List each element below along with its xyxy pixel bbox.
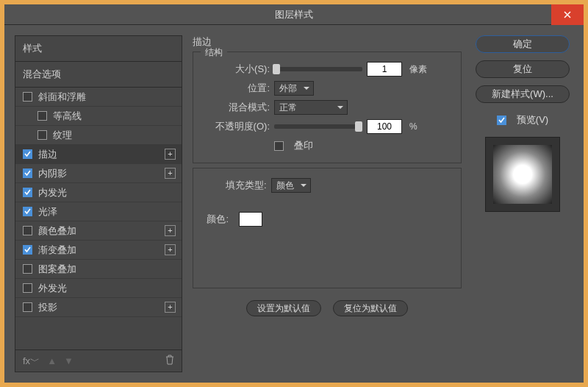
sidebar-header-styles[interactable]: 样式 bbox=[15, 36, 182, 62]
move-up-icon[interactable]: ▲ bbox=[47, 355, 57, 366]
effect-item-8[interactable]: 渐变叠加+ bbox=[15, 241, 182, 260]
add-effect-icon[interactable]: + bbox=[165, 149, 176, 160]
add-effect-icon[interactable]: + bbox=[165, 302, 176, 313]
effect-checkbox[interactable] bbox=[37, 130, 47, 140]
styles-sidebar: 样式 混合选项 斜面和浮雕等高线纹理描边+内阴影+内发光光泽颜色叠加+渐变叠加+… bbox=[15, 35, 182, 372]
trash-icon[interactable] bbox=[165, 355, 174, 367]
preview-label: 预览(V) bbox=[517, 113, 548, 127]
effect-checkbox[interactable] bbox=[37, 111, 47, 121]
effect-checkbox[interactable] bbox=[23, 149, 32, 159]
move-down-icon[interactable]: ▼ bbox=[64, 355, 74, 366]
effect-label: 描边 bbox=[38, 148, 57, 161]
add-effect-icon[interactable]: + bbox=[165, 225, 176, 236]
structure-legend: 结构 bbox=[201, 46, 227, 59]
reset-button[interactable]: 复位 bbox=[476, 60, 570, 78]
effect-item-9[interactable]: 图案叠加 bbox=[15, 260, 182, 279]
effect-checkbox[interactable] bbox=[23, 92, 32, 102]
panel-title: 描边 bbox=[193, 35, 462, 49]
overprint-label: 叠印 bbox=[294, 139, 313, 152]
filltype-select[interactable]: 颜色 bbox=[271, 178, 311, 193]
opacity-input[interactable] bbox=[367, 119, 402, 134]
effect-checkbox[interactable] bbox=[23, 245, 32, 255]
size-slider[interactable] bbox=[274, 67, 362, 71]
structure-fieldset: 结构 大小(S): 像素 位置: 外部 混合模式: 正常 不透明度(O): bbox=[193, 52, 462, 163]
close-icon bbox=[564, 11, 571, 18]
sidebar-footer: fx﹀ ▲ ▼ bbox=[15, 349, 182, 372]
effect-label: 纹理 bbox=[53, 129, 72, 142]
effect-label: 斜面和浮雕 bbox=[38, 90, 86, 104]
size-input[interactable] bbox=[367, 62, 402, 77]
sidebar-header-blend-options[interactable]: 混合选项 bbox=[15, 62, 182, 88]
effect-item-5[interactable]: 内发光 bbox=[15, 183, 182, 202]
effect-checkbox[interactable] bbox=[23, 207, 32, 216]
effects-list: 斜面和浮雕等高线纹理描边+内阴影+内发光光泽颜色叠加+渐变叠加+图案叠加外发光投… bbox=[15, 88, 182, 349]
effect-checkbox[interactable] bbox=[23, 168, 32, 178]
effect-item-10[interactable]: 外发光 bbox=[15, 279, 182, 298]
position-select[interactable]: 外部 bbox=[274, 81, 314, 96]
effect-label: 图案叠加 bbox=[38, 263, 76, 276]
ok-button[interactable]: 确定 bbox=[476, 35, 570, 53]
dialog-actions: 确定 复位 新建样式(W)... 预览(V) bbox=[472, 35, 573, 372]
effect-item-7[interactable]: 颜色叠加+ bbox=[15, 221, 182, 241]
effect-item-0[interactable]: 斜面和浮雕 bbox=[15, 88, 182, 107]
effect-label: 内阴影 bbox=[38, 167, 67, 180]
preview-checkbox[interactable] bbox=[497, 116, 506, 125]
window-title: 图层样式 bbox=[275, 8, 313, 21]
effect-checkbox[interactable] bbox=[23, 302, 32, 312]
opacity-unit: % bbox=[409, 121, 417, 132]
reset-default-button[interactable]: 复位为默认值 bbox=[333, 300, 408, 316]
effect-item-11[interactable]: 投影+ bbox=[15, 298, 182, 317]
effect-item-1[interactable]: 等高线 bbox=[15, 107, 182, 126]
stroke-settings-panel: 描边 结构 大小(S): 像素 位置: 外部 混合模式: 正常 bbox=[193, 35, 462, 372]
fill-fieldset: 填充类型: 颜色 颜色: bbox=[193, 168, 462, 288]
blend-mode-select[interactable]: 正常 bbox=[274, 100, 348, 115]
titlebar: 图层样式 bbox=[4, 4, 584, 25]
effect-checkbox[interactable] bbox=[23, 283, 32, 293]
color-label: 颜色: bbox=[204, 213, 229, 226]
opacity-label: 不透明度(O): bbox=[204, 120, 270, 133]
effect-label: 外发光 bbox=[38, 282, 67, 295]
effect-item-3[interactable]: 描边+ bbox=[15, 145, 182, 164]
preview-box bbox=[485, 137, 560, 212]
blend-mode-label: 混合模式: bbox=[204, 101, 270, 114]
effect-label: 颜色叠加 bbox=[38, 224, 76, 238]
effect-label: 光泽 bbox=[38, 205, 57, 219]
effect-item-6[interactable]: 光泽 bbox=[15, 202, 182, 221]
fx-menu-icon[interactable]: fx﹀ bbox=[23, 355, 40, 368]
effect-checkbox[interactable] bbox=[23, 188, 32, 197]
size-label: 大小(S): bbox=[204, 63, 270, 76]
effect-label: 投影 bbox=[38, 301, 57, 314]
effect-label: 渐变叠加 bbox=[38, 244, 76, 257]
effect-label: 等高线 bbox=[53, 110, 82, 123]
overprint-checkbox[interactable] bbox=[274, 141, 284, 151]
layer-style-dialog: 图层样式 样式 混合选项 斜面和浮雕等高线纹理描边+内阴影+内发光光泽颜色叠加+… bbox=[4, 4, 584, 383]
color-swatch[interactable] bbox=[239, 212, 262, 227]
new-style-button[interactable]: 新建样式(W)... bbox=[476, 85, 570, 103]
effect-item-4[interactable]: 内阴影+ bbox=[15, 164, 182, 183]
effect-item-2[interactable]: 纹理 bbox=[15, 126, 182, 145]
add-effect-icon[interactable]: + bbox=[165, 168, 176, 179]
filltype-label: 填充类型: bbox=[226, 179, 267, 192]
effect-checkbox[interactable] bbox=[23, 226, 32, 235]
position-label: 位置: bbox=[204, 82, 270, 95]
close-button[interactable] bbox=[551, 4, 584, 25]
effect-label: 内发光 bbox=[38, 186, 67, 199]
set-default-button[interactable]: 设置为默认值 bbox=[246, 300, 321, 316]
add-effect-icon[interactable]: + bbox=[165, 244, 176, 255]
effect-checkbox[interactable] bbox=[23, 264, 32, 274]
size-unit: 像素 bbox=[409, 63, 427, 76]
opacity-slider[interactable] bbox=[274, 124, 362, 129]
